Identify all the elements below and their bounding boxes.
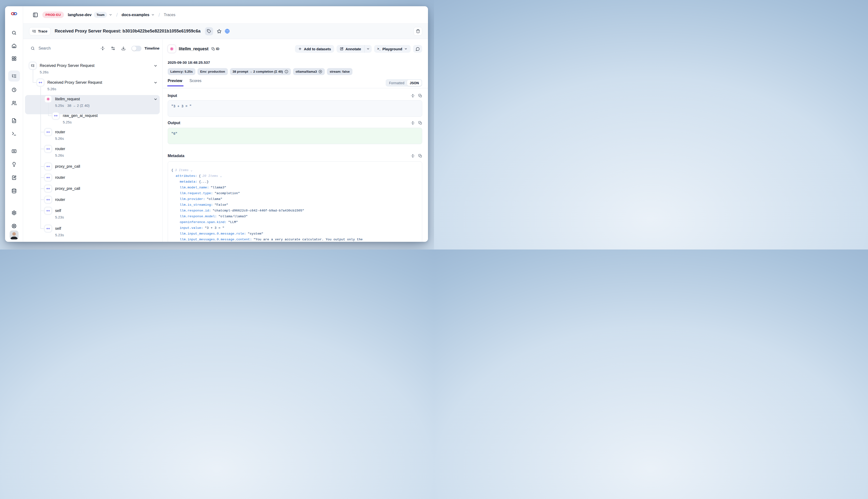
observation-detail-panel: ❋ litellm_request ID Add to datasets Ann… <box>163 39 428 242</box>
node-chevron-down-icon[interactable] <box>154 64 158 68</box>
span-arrows-icon <box>45 129 52 136</box>
tree-node-span[interactable]: self5.23s <box>45 225 64 238</box>
tree-settings-button[interactable] <box>111 46 115 50</box>
sidebar-datasets-icon[interactable] <box>5 188 23 194</box>
project-chevron-down-icon[interactable] <box>151 13 155 16</box>
formatted-option[interactable]: Formatted <box>386 81 407 85</box>
sidebar-toggle-icon[interactable] <box>33 12 38 17</box>
tree-connector <box>40 210 44 211</box>
copy-icon[interactable] <box>418 94 422 98</box>
node-title: Received Proxy Server Request <box>47 80 102 85</box>
node-duration: 5.26s <box>40 70 95 75</box>
comments-button[interactable] <box>413 45 422 53</box>
sidebar-sessions-icon[interactable] <box>5 87 23 93</box>
sidebar-support-icon[interactable] <box>5 223 23 229</box>
sidebar-settings-icon[interactable] <box>5 210 23 216</box>
tree-node-span[interactable]: proxy_pre_call <box>45 185 80 192</box>
project-name[interactable]: docs-examples <box>122 13 149 17</box>
json-option-selected[interactable]: JSON <box>407 80 421 86</box>
fold-vertical-icon[interactable] <box>411 121 415 125</box>
sidebar-search-icon[interactable] <box>5 30 23 36</box>
tree-connector <box>40 177 44 178</box>
tree-node-span[interactable]: Received Proxy Server Request5.26s <box>37 79 102 92</box>
input-value: "3 + 3 = " <box>171 105 192 108</box>
tree-connector <box>40 87 41 229</box>
org-name[interactable]: langfuse-dev <box>68 13 91 17</box>
sidebar-evaluation-icon[interactable] <box>5 148 23 154</box>
tab-scores[interactable]: Scores <box>190 79 201 86</box>
tree-node-generation-selected[interactable]: ❋ litellm_request5.25s38 → 2 (Σ 40) <box>45 96 89 108</box>
annotate-dropdown-chevron[interactable] <box>365 47 372 50</box>
search-input[interactable]: Search <box>38 46 51 50</box>
trace-title: Received Proxy Server Request: b3010b422… <box>54 29 200 34</box>
token-usage-badge[interactable]: 38 prompt → 2 completion (Σ 40) <box>230 68 291 75</box>
tab-preview[interactable]: Preview <box>168 79 182 86</box>
playground-button[interactable]: >_Playground <box>374 45 411 53</box>
span-arrows-icon <box>45 225 52 232</box>
json-line: llm.response.model:"ollama/llama3" <box>171 214 419 219</box>
sidebar-traces-icon[interactable] <box>5 73 23 79</box>
trace-type-chip: Trace <box>29 27 50 35</box>
tree-node-span[interactable]: router5.26s <box>45 145 65 158</box>
json-line[interactable]: metadata:{...} <box>171 179 419 185</box>
tree-node-span[interactable]: router5.26s <box>45 129 65 141</box>
copy-icon[interactable] <box>418 121 422 125</box>
tree-node-span[interactable]: raw_gen_ai_request5.25s <box>52 112 98 125</box>
playground-chevron-icon <box>404 47 407 50</box>
copy-id-button[interactable]: ID <box>211 47 219 51</box>
plus-icon <box>298 47 302 51</box>
tag-button[interactable] <box>205 27 213 35</box>
sidebar-annotation-icon[interactable] <box>5 175 23 181</box>
node-chevron-down-icon[interactable] <box>154 97 158 101</box>
app-window: PROD-EU langfuse-dev Team / docs-example… <box>5 6 428 242</box>
json-line: llm.provider:"ollama" <box>171 196 419 202</box>
node-chevron-down-icon[interactable] <box>154 81 158 85</box>
annotate-split-button[interactable]: Annotate <box>337 45 372 53</box>
output-label: Output <box>168 121 180 125</box>
timeline-toggle[interactable] <box>131 46 142 51</box>
trash-icon <box>416 29 420 33</box>
node-title: litellm_request <box>55 96 89 102</box>
span-arrows-icon <box>45 207 52 215</box>
playground-label: Playground <box>382 47 402 51</box>
trace-tree-icon <box>29 62 36 69</box>
tree-connector <box>48 115 52 116</box>
tree-node-root[interactable]: Received Proxy Server Request5.26s <box>29 62 95 75</box>
id-label: ID <box>216 47 219 51</box>
metadata-label: Metadata <box>168 154 184 158</box>
json-line[interactable]: attributes:{20 Items ⌄ <box>171 173 419 179</box>
app-logo[interactable] <box>5 12 23 16</box>
sidebar-home-icon[interactable] <box>5 43 23 49</box>
delete-trace-button[interactable] <box>414 27 422 36</box>
sidebar-dashboard-icon[interactable] <box>5 56 23 61</box>
sidebar-insights-icon[interactable] <box>5 161 23 167</box>
download-button[interactable] <box>121 46 125 50</box>
sidebar-prompts-icon[interactable] <box>5 118 23 123</box>
user-avatar[interactable] <box>10 231 19 240</box>
public-globe-button[interactable] <box>225 29 230 34</box>
add-to-datasets-button[interactable]: Add to datasets <box>295 45 334 53</box>
node-duration: 5.26s <box>47 86 102 92</box>
collapse-all-button[interactable] <box>100 46 105 50</box>
fold-vertical-icon[interactable] <box>411 154 415 158</box>
tree-node-span[interactable]: router <box>45 174 65 181</box>
copy-icon[interactable] <box>418 154 422 158</box>
node-duration: 5.23s <box>55 215 64 220</box>
environment-badge[interactable]: PROD-EU <box>42 12 64 18</box>
model-badge[interactable]: ollama/llama3 <box>293 68 325 75</box>
tree-node-span[interactable]: router <box>45 196 65 203</box>
favorite-star-button[interactable] <box>217 29 222 34</box>
top-navigation-bar: PROD-EU langfuse-dev Team / docs-example… <box>23 6 428 23</box>
tree-node-span[interactable]: proxy_pre_call <box>45 163 80 170</box>
node-title: router <box>55 175 65 181</box>
sidebar-playground-icon[interactable] <box>5 131 23 136</box>
tree-connector <box>40 228 44 229</box>
tree-node-span[interactable]: self5.23s <box>45 207 64 220</box>
format-toggle[interactable]: Formatted JSON <box>386 79 422 87</box>
breadcrumb-section[interactable]: Traces <box>164 13 175 17</box>
org-chevron-down-icon[interactable] <box>109 13 112 16</box>
json-line[interactable]: {3 Items ⌄ <box>171 168 419 173</box>
node-title: proxy_pre_call <box>55 163 80 169</box>
fold-vertical-icon[interactable] <box>411 94 415 98</box>
sidebar-users-icon[interactable] <box>5 100 23 106</box>
